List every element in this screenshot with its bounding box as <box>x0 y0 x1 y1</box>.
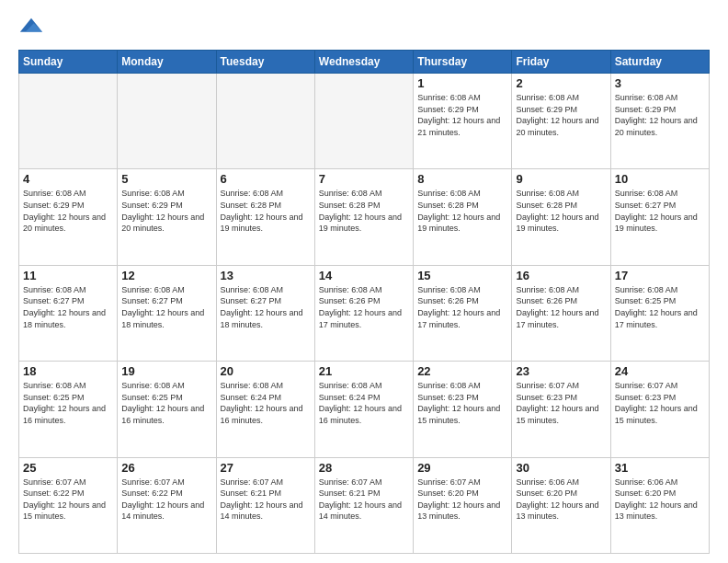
day-info: Sunrise: 6:08 AM Sunset: 6:28 PM Dayligh… <box>417 188 507 234</box>
day-info: Sunrise: 6:07 AM Sunset: 6:20 PM Dayligh… <box>417 477 507 523</box>
day-number: 30 <box>516 461 606 475</box>
calendar-cell: 2Sunrise: 6:08 AM Sunset: 6:29 PM Daylig… <box>512 74 610 169</box>
calendar-cell <box>216 74 314 169</box>
calendar-cell: 7Sunrise: 6:08 AM Sunset: 6:28 PM Daylig… <box>314 169 413 265</box>
day-info: Sunrise: 6:07 AM Sunset: 6:21 PM Dayligh… <box>221 477 311 523</box>
day-number: 15 <box>417 269 507 282</box>
calendar-cell: 10Sunrise: 6:08 AM Sunset: 6:27 PM Dayli… <box>610 169 709 265</box>
page-header <box>18 15 710 40</box>
weekday-header-monday: Monday <box>118 51 216 74</box>
calendar-week-1: 1Sunrise: 6:08 AM Sunset: 6:29 PM Daylig… <box>19 74 710 169</box>
calendar-cell: 11Sunrise: 6:08 AM Sunset: 6:27 PM Dayli… <box>19 265 118 361</box>
day-info: Sunrise: 6:07 AM Sunset: 6:21 PM Dayligh… <box>319 477 409 523</box>
day-number: 16 <box>516 269 606 282</box>
day-number: 27 <box>221 461 311 475</box>
calendar-cell <box>19 74 118 169</box>
calendar-week-2: 4Sunrise: 6:08 AM Sunset: 6:29 PM Daylig… <box>19 169 710 265</box>
day-info: Sunrise: 6:08 AM Sunset: 6:28 PM Dayligh… <box>221 188 311 234</box>
calendar-cell: 13Sunrise: 6:08 AM Sunset: 6:27 PM Dayli… <box>216 265 314 361</box>
calendar-cell: 23Sunrise: 6:07 AM Sunset: 6:23 PM Dayli… <box>512 362 610 457</box>
calendar-cell <box>314 74 413 169</box>
calendar-cell: 22Sunrise: 6:08 AM Sunset: 6:23 PM Dayli… <box>414 362 512 457</box>
day-number: 6 <box>221 172 311 186</box>
calendar-cell: 16Sunrise: 6:08 AM Sunset: 6:26 PM Dayli… <box>512 265 610 361</box>
day-info: Sunrise: 6:08 AM Sunset: 6:23 PM Dayligh… <box>417 380 507 426</box>
day-number: 2 <box>516 76 606 90</box>
calendar-cell: 14Sunrise: 6:08 AM Sunset: 6:26 PM Dayli… <box>314 265 413 361</box>
day-info: Sunrise: 6:07 AM Sunset: 6:22 PM Dayligh… <box>23 477 113 523</box>
day-info: Sunrise: 6:08 AM Sunset: 6:29 PM Dayligh… <box>417 92 507 138</box>
day-info: Sunrise: 6:08 AM Sunset: 6:26 PM Dayligh… <box>319 284 409 330</box>
calendar-cell: 15Sunrise: 6:08 AM Sunset: 6:26 PM Dayli… <box>414 265 512 361</box>
calendar-cell: 3Sunrise: 6:08 AM Sunset: 6:29 PM Daylig… <box>610 74 709 169</box>
calendar-cell: 26Sunrise: 6:07 AM Sunset: 6:22 PM Dayli… <box>118 457 216 553</box>
calendar-week-5: 25Sunrise: 6:07 AM Sunset: 6:22 PM Dayli… <box>19 457 710 553</box>
calendar-cell: 12Sunrise: 6:08 AM Sunset: 6:27 PM Dayli… <box>118 265 216 361</box>
day-number: 17 <box>615 269 705 282</box>
calendar-cell: 29Sunrise: 6:07 AM Sunset: 6:20 PM Dayli… <box>414 457 512 553</box>
day-number: 7 <box>319 172 409 186</box>
day-info: Sunrise: 6:08 AM Sunset: 6:27 PM Dayligh… <box>221 284 311 330</box>
day-number: 31 <box>615 461 705 475</box>
calendar-cell: 30Sunrise: 6:06 AM Sunset: 6:20 PM Dayli… <box>512 457 610 553</box>
calendar-week-3: 11Sunrise: 6:08 AM Sunset: 6:27 PM Dayli… <box>19 265 710 361</box>
day-info: Sunrise: 6:08 AM Sunset: 6:27 PM Dayligh… <box>615 188 705 234</box>
day-number: 5 <box>121 172 211 186</box>
calendar-cell: 31Sunrise: 6:06 AM Sunset: 6:20 PM Dayli… <box>610 457 709 553</box>
day-number: 11 <box>23 269 113 282</box>
calendar-table: SundayMondayTuesdayWednesdayThursdayFrid… <box>18 50 710 554</box>
day-number: 8 <box>417 172 507 186</box>
calendar-cell: 24Sunrise: 6:07 AM Sunset: 6:23 PM Dayli… <box>610 362 709 457</box>
day-info: Sunrise: 6:08 AM Sunset: 6:29 PM Dayligh… <box>23 188 113 234</box>
day-number: 14 <box>319 269 409 282</box>
day-info: Sunrise: 6:08 AM Sunset: 6:24 PM Dayligh… <box>319 380 409 426</box>
day-number: 24 <box>615 364 705 378</box>
calendar-cell: 17Sunrise: 6:08 AM Sunset: 6:25 PM Dayli… <box>610 265 709 361</box>
day-info: Sunrise: 6:06 AM Sunset: 6:20 PM Dayligh… <box>516 477 606 523</box>
calendar-week-4: 18Sunrise: 6:08 AM Sunset: 6:25 PM Dayli… <box>19 362 710 457</box>
calendar-cell: 1Sunrise: 6:08 AM Sunset: 6:29 PM Daylig… <box>414 74 512 169</box>
calendar-cell: 20Sunrise: 6:08 AM Sunset: 6:24 PM Dayli… <box>216 362 314 457</box>
day-info: Sunrise: 6:08 AM Sunset: 6:25 PM Dayligh… <box>23 380 113 426</box>
day-number: 3 <box>615 76 705 90</box>
day-info: Sunrise: 6:08 AM Sunset: 6:29 PM Dayligh… <box>121 188 211 234</box>
day-number: 12 <box>121 269 211 282</box>
weekday-header-friday: Friday <box>512 51 610 74</box>
day-info: Sunrise: 6:08 AM Sunset: 6:29 PM Dayligh… <box>516 92 606 138</box>
day-number: 29 <box>417 461 507 475</box>
calendar-cell: 9Sunrise: 6:08 AM Sunset: 6:28 PM Daylig… <box>512 169 610 265</box>
calendar-cell: 18Sunrise: 6:08 AM Sunset: 6:25 PM Dayli… <box>19 362 118 457</box>
calendar-cell: 27Sunrise: 6:07 AM Sunset: 6:21 PM Dayli… <box>216 457 314 553</box>
day-number: 9 <box>516 172 606 186</box>
weekday-header-wednesday: Wednesday <box>314 51 413 74</box>
calendar-cell: 28Sunrise: 6:07 AM Sunset: 6:21 PM Dayli… <box>314 457 413 553</box>
weekday-header-thursday: Thursday <box>414 51 512 74</box>
day-info: Sunrise: 6:08 AM Sunset: 6:29 PM Dayligh… <box>615 92 705 138</box>
calendar-cell: 21Sunrise: 6:08 AM Sunset: 6:24 PM Dayli… <box>314 362 413 457</box>
day-number: 20 <box>221 364 311 378</box>
day-number: 26 <box>121 461 211 475</box>
day-info: Sunrise: 6:08 AM Sunset: 6:27 PM Dayligh… <box>23 284 113 330</box>
day-number: 23 <box>516 364 606 378</box>
day-number: 25 <box>23 461 113 475</box>
day-info: Sunrise: 6:07 AM Sunset: 6:22 PM Dayligh… <box>121 477 211 523</box>
calendar-cell: 5Sunrise: 6:08 AM Sunset: 6:29 PM Daylig… <box>118 169 216 265</box>
calendar-cell: 25Sunrise: 6:07 AM Sunset: 6:22 PM Dayli… <box>19 457 118 553</box>
weekday-header-saturday: Saturday <box>610 51 709 74</box>
day-info: Sunrise: 6:07 AM Sunset: 6:23 PM Dayligh… <box>516 380 606 426</box>
weekday-header-tuesday: Tuesday <box>216 51 314 74</box>
day-info: Sunrise: 6:08 AM Sunset: 6:28 PM Dayligh… <box>319 188 409 234</box>
day-info: Sunrise: 6:06 AM Sunset: 6:20 PM Dayligh… <box>615 477 705 523</box>
logo <box>18 15 48 40</box>
day-info: Sunrise: 6:08 AM Sunset: 6:27 PM Dayligh… <box>121 284 211 330</box>
day-number: 18 <box>23 364 113 378</box>
day-info: Sunrise: 6:07 AM Sunset: 6:23 PM Dayligh… <box>615 380 705 426</box>
day-number: 10 <box>615 172 705 186</box>
day-number: 21 <box>319 364 409 378</box>
day-number: 22 <box>417 364 507 378</box>
day-info: Sunrise: 6:08 AM Sunset: 6:26 PM Dayligh… <box>417 284 507 330</box>
calendar-cell: 8Sunrise: 6:08 AM Sunset: 6:28 PM Daylig… <box>414 169 512 265</box>
day-info: Sunrise: 6:08 AM Sunset: 6:24 PM Dayligh… <box>221 380 311 426</box>
day-info: Sunrise: 6:08 AM Sunset: 6:25 PM Dayligh… <box>121 380 211 426</box>
day-info: Sunrise: 6:08 AM Sunset: 6:25 PM Dayligh… <box>615 284 705 330</box>
